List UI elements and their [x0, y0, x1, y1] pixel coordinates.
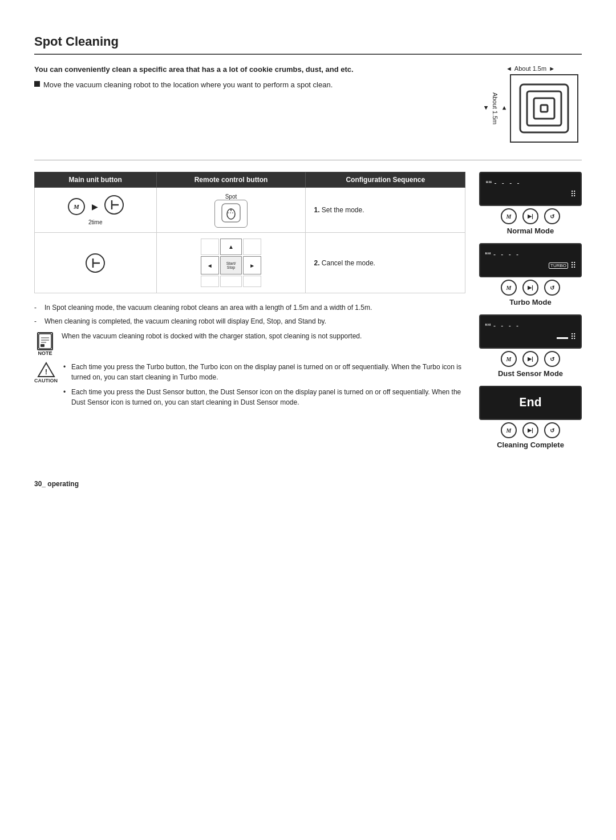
dust-row2: ▬▬ ⠿ [485, 332, 576, 341]
remote-row1: Spot [156, 188, 306, 233]
cleaning-complete-buttons: M ▶| ↺ [479, 422, 582, 438]
turbo-mode-screen: ““ - - - - TURBO ⠿ [479, 243, 582, 277]
spot-label: Spot [163, 193, 300, 200]
table-row-2: ▲ ◄ Start/Stop ► [35, 233, 465, 293]
turbo-indicator: TURBO [549, 262, 568, 269]
play-btn-svg [104, 195, 124, 215]
m-button-icon: M [68, 198, 85, 215]
play-btn-dust: ▶| [522, 351, 538, 367]
arrow-right-label: ► [549, 65, 555, 72]
caution-bullet-1: • Each time you press the Turbo button, … [63, 362, 465, 382]
sequence-row1: 1. Set the mode. [306, 188, 465, 233]
caution-bullets: • Each time you press the Turbo button, … [63, 362, 465, 412]
left-content: Main unit button Remote control button C… [34, 172, 465, 457]
dots-dust: ⠿ [570, 332, 576, 341]
note-item-1: - In Spot cleaning mode, the vacuum clea… [34, 302, 465, 313]
spiral-box [510, 74, 578, 143]
main-content: Main unit button Remote control button C… [34, 172, 582, 457]
top-label: ◄ About 1.5m ► [506, 65, 555, 72]
dpad-empty-bl [201, 276, 219, 287]
dust-sensor-mode-buttons: M ▶| ↺ [479, 351, 582, 367]
end-text: End [519, 396, 542, 410]
normal-mode-buttons: M ▶| ↺ [479, 208, 582, 224]
col-header-2: Remote control button [156, 172, 306, 188]
dpad-wrapper: ▲ ◄ Start/Stop ► [163, 237, 300, 288]
dash-2: - [34, 316, 41, 326]
spiral-diagram: ◄ About 1.5m ► ▲ About 1.5m ▼ [479, 65, 582, 143]
wifi-icon-normal: ““ [485, 180, 492, 187]
dpad-empty-tr [243, 239, 261, 255]
section-divider [34, 160, 582, 160]
arrow-icon: ▶ [92, 202, 98, 211]
remote-row2: ▲ ◄ Start/Stop ► [156, 233, 306, 293]
dpad-empty-br [243, 276, 261, 287]
dots-normal: ⠿ [570, 189, 576, 199]
sequence-row2: 2. Cancel the mode. [306, 233, 465, 293]
dpad-empty-tl [201, 239, 219, 255]
bullet-text-1: Move the vacuum cleaning robot to the lo… [43, 79, 333, 91]
turbo-row2: TURBO ⠿ [485, 261, 576, 270]
normal-mode-screen: ““ - - - - ⠿ [479, 172, 582, 206]
turbo-mode-label: Turbo Mode [479, 298, 582, 306]
caution-triangle-icon: ! [37, 362, 55, 378]
left-label: ▲ About 1.5m ▼ [483, 92, 508, 124]
notes-section: - In Spot cleaning mode, the vacuum clea… [34, 302, 465, 326]
spiral-middle: ▲ About 1.5m ▼ [483, 74, 578, 143]
caution-text-2: Each time you press the Dust Sensor butt… [71, 387, 465, 407]
bars-dust: ▬▬ [557, 334, 568, 340]
m-btn-turbo: M [501, 280, 517, 296]
main-unit-icons-row1: M ▶ [40, 195, 151, 218]
arrow-up: ▲ [483, 105, 489, 112]
section-title: Spot Cleaning [34, 34, 582, 55]
caution-icon-wrapper: ! CAUTION [34, 362, 58, 383]
play-btn-complete: ▶| [522, 422, 538, 438]
seq-text-1: Set the mode. [322, 206, 364, 214]
dpad-left: ◄ [201, 256, 219, 274]
bullet-icon [34, 81, 40, 87]
play-only-btn-svg [85, 253, 106, 273]
wifi-icon-dust: ““ [485, 322, 491, 329]
cleaning-complete-label: Cleaning Complete [479, 441, 582, 449]
main-unit-icons-row2 [40, 253, 151, 273]
note-text-2: When cleaning is completed, the vacuum c… [44, 316, 326, 326]
loop-btn-turbo: ↺ [544, 280, 560, 296]
svg-rect-1 [527, 91, 561, 126]
note-svg [38, 333, 52, 349]
dpad-empty-bc [220, 276, 242, 287]
spot-button-icon [214, 200, 248, 228]
dpad-table: ▲ ◄ Start/Stop ► [200, 237, 263, 288]
note-label: NOTE [38, 350, 52, 356]
bullet-item-1: Move the vacuum cleaning robot to the lo… [34, 79, 462, 91]
cleaning-complete-panel: End M ▶| ↺ Cleaning Complete [479, 386, 582, 449]
loop-btn-normal: ↺ [544, 208, 560, 224]
seq-num-2: 2. [314, 259, 319, 267]
footer: 30_ operating [34, 480, 582, 488]
svg-rect-2 [534, 98, 554, 119]
table-row-1: M ▶ [35, 188, 465, 233]
main-unit-row2 [35, 233, 157, 293]
normal-mode-panel: ““ - - - - ⠿ M ▶| ↺ Normal Mode [479, 172, 582, 235]
play-btn-normal: ▶| [522, 208, 538, 224]
caution-dot-1: • [63, 362, 68, 382]
note-doc-icon [37, 332, 53, 350]
intro-bold: You can conveniently clean a specific ar… [34, 65, 462, 74]
dust-sensor-mode-panel: ““ - - - - ▬▬ ⠿ M ▶| ↺ Dust Sensor Mode [479, 314, 582, 378]
normal-mode-label: Normal Mode [479, 227, 582, 235]
note-icon-wrapper: NOTE [34, 332, 56, 356]
arrow-down: ▼ [501, 105, 508, 112]
note-item-2: - When cleaning is completed, the vacuum… [34, 316, 465, 326]
note-text: When the vacuum cleaning robot is docked… [62, 332, 362, 340]
dpad-up: ▲ [220, 239, 242, 255]
m-btn-dust: M [501, 351, 517, 367]
spot-btn-svg [221, 203, 241, 223]
col-header-3: Configuration Sequence [306, 172, 465, 188]
loop-btn-dust: ↺ [544, 351, 560, 367]
caution-box: ! CAUTION • Each time you press the Turb… [34, 362, 465, 412]
spot-btn-wrapper [163, 200, 300, 228]
normal-row1: ““ - - - - [485, 179, 576, 187]
cleaning-complete-screen: End [479, 386, 582, 420]
loop-btn-complete: ↺ [544, 422, 560, 438]
m-btn-complete: M [501, 422, 517, 438]
spiral-svg [516, 80, 573, 137]
dpad-right: ► [243, 256, 261, 274]
